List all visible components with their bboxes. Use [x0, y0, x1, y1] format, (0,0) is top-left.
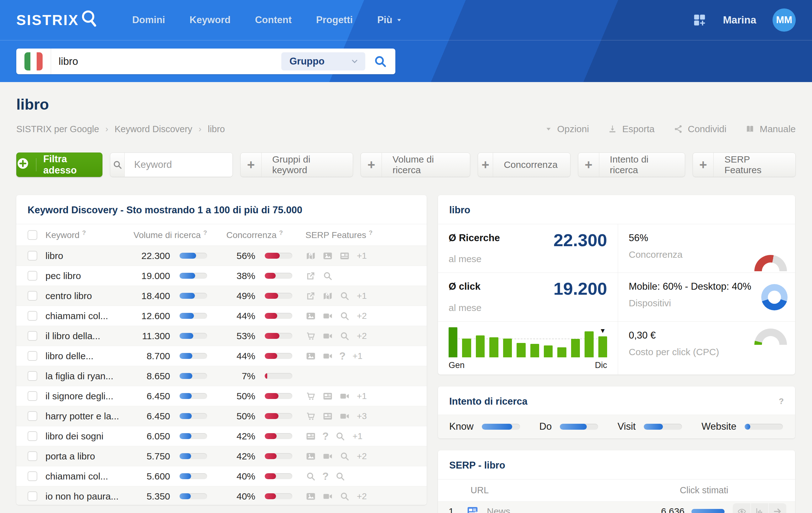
- plus-icon: +: [478, 153, 493, 177]
- season-bar: [557, 347, 566, 357]
- export-button[interactable]: Esporta: [608, 124, 655, 134]
- row-checkbox[interactable]: [28, 391, 37, 401]
- column-estimated-clicks: Click stimati: [680, 485, 795, 495]
- table-row[interactable]: libro delle... 8.700 44% ?+1: [16, 346, 427, 366]
- table-row[interactable]: io non ho paura... 5.350 40% +2: [16, 486, 427, 505]
- volume-value: 5.350: [129, 491, 170, 502]
- filter-chip-volume-di-ricerca[interactable]: + Volume di ricerca: [360, 153, 470, 177]
- question-icon: ?: [322, 471, 329, 481]
- serp-row[interactable]: 1 G News 6.636: [438, 502, 795, 513]
- table-row[interactable]: chiamami col... 12.600 44% +2: [16, 306, 427, 326]
- nav-item-content[interactable]: Content: [255, 14, 292, 26]
- breadcrumb-item[interactable]: Keyword Discovery: [115, 124, 192, 134]
- help-icon[interactable]: ?: [203, 229, 207, 236]
- competition-bar: [265, 293, 292, 299]
- chart-button[interactable]: [751, 503, 768, 513]
- table-row[interactable]: il libro della... 11.300 53% +2: [16, 326, 427, 346]
- nav-item-domini[interactable]: Domini: [132, 14, 165, 26]
- serp-url[interactable]: News: [487, 506, 510, 513]
- keyword-cell[interactable]: il signore degli...: [46, 391, 129, 401]
- table-row[interactable]: porta a libro 5.750 42% +2: [16, 446, 427, 466]
- keyword-cell[interactable]: chiamami col...: [46, 471, 129, 482]
- share-button[interactable]: Condividi: [673, 124, 726, 134]
- row-checkbox[interactable]: [28, 411, 37, 421]
- table-row[interactable]: pec libro 19.000 38%: [16, 266, 427, 286]
- keyword-cell[interactable]: chiamami col...: [46, 311, 129, 321]
- row-checkbox[interactable]: [28, 431, 37, 441]
- table-row[interactable]: harry potter e la... 6.450 50% +3: [16, 406, 427, 426]
- open-button[interactable]: [768, 503, 786, 513]
- column-competition[interactable]: Concorrenza?: [207, 229, 283, 240]
- column-volume[interactable]: Volume di ricerca?: [129, 229, 207, 240]
- keyword-cell[interactable]: porta a libro: [46, 451, 129, 462]
- keyword-cell[interactable]: io non ho paura...: [46, 491, 129, 502]
- row-checkbox[interactable]: [28, 251, 37, 261]
- plus-icon: +: [693, 153, 714, 177]
- serp-features-cell: ?: [306, 471, 346, 482]
- serp-features-cell: [306, 271, 333, 281]
- table-row[interactable]: libro 22.300 56% +1: [16, 246, 427, 266]
- row-checkbox[interactable]: [28, 291, 37, 301]
- help-icon[interactable]: ?: [82, 229, 86, 236]
- keyword-filter-input[interactable]: [125, 153, 232, 177]
- select-all-checkbox[interactable]: [28, 230, 37, 240]
- user-name[interactable]: Marina: [723, 14, 756, 26]
- keyword-cell[interactable]: harry potter e la...: [46, 411, 129, 422]
- sistrix-logo[interactable]: SISTRIX: [16, 9, 98, 31]
- breadcrumb-item[interactable]: SISTRIX per Google: [16, 124, 99, 134]
- help-icon[interactable]: ?: [279, 229, 283, 236]
- filter-chip-concorrenza[interactable]: + Concorrenza: [478, 153, 571, 177]
- row-checkbox[interactable]: [28, 271, 37, 281]
- row-checkbox[interactable]: [28, 371, 37, 381]
- filter-chip-intento-di-ricerca[interactable]: + Intento di ricerca: [578, 153, 685, 177]
- help-icon[interactable]: ?: [369, 229, 373, 236]
- preview-button[interactable]: [733, 503, 751, 513]
- clicks-value: 19.200: [554, 281, 607, 297]
- month-label-first: Gen: [448, 360, 465, 370]
- season-bar: [571, 339, 580, 357]
- search-row: Gruppo: [0, 40, 812, 82]
- keyword-cell[interactable]: la figlia di ryan...: [46, 371, 129, 382]
- volume-bar: [179, 393, 207, 399]
- row-checkbox[interactable]: [28, 331, 37, 341]
- column-keyword[interactable]: Keyword?: [46, 229, 129, 240]
- help-icon[interactable]: ?: [779, 396, 784, 406]
- row-checkbox[interactable]: [28, 451, 37, 461]
- table-row[interactable]: libro dei sogni 6.050 42% ?+1: [16, 426, 427, 446]
- row-checkbox[interactable]: [28, 491, 37, 501]
- breadcrumb-item[interactable]: libro: [208, 124, 225, 134]
- keyword-cell[interactable]: il libro della...: [46, 331, 129, 341]
- table-row[interactable]: chiamami col... 5.600 40% ?: [16, 466, 427, 486]
- season-bar: [448, 327, 457, 357]
- row-checkbox[interactable]: [28, 351, 37, 361]
- italy-flag-icon[interactable]: [24, 52, 42, 70]
- filter-chip-serp-features[interactable]: + SERP Features: [693, 153, 796, 177]
- filter-chip-gruppi-di-keyword[interactable]: + Gruppi di keyword: [240, 153, 353, 177]
- nav-item-keyword[interactable]: Keyword: [190, 14, 231, 26]
- search-input[interactable]: [59, 55, 281, 67]
- table-row[interactable]: centro libro 18.400 49% +1: [16, 286, 427, 306]
- scope-select[interactable]: Gruppo: [281, 52, 365, 70]
- search-submit-icon[interactable]: [365, 55, 395, 68]
- row-checkbox[interactable]: [28, 311, 37, 321]
- options-button[interactable]: Opzioni: [545, 124, 589, 134]
- column-serp-features[interactable]: SERP Features?: [306, 229, 373, 240]
- news-icon: [322, 411, 333, 422]
- keyword-cell[interactable]: centro libro: [46, 291, 129, 301]
- keyword-cell[interactable]: libro delle...: [46, 351, 129, 361]
- row-checkbox[interactable]: [28, 471, 37, 481]
- manual-button[interactable]: Manuale: [745, 124, 796, 134]
- nav-item-more[interactable]: Più: [377, 14, 402, 26]
- competition-value: 50%: [217, 391, 255, 401]
- avatar[interactable]: MM: [773, 8, 796, 32]
- download-icon: [608, 124, 617, 134]
- nav-item-progetti[interactable]: Progetti: [316, 14, 353, 26]
- keyword-cell[interactable]: libro: [46, 250, 129, 261]
- apps-grid-icon[interactable]: [692, 13, 707, 27]
- table-row[interactable]: la figlia di ryan... 8.650 7%: [16, 366, 427, 386]
- keyword-cell[interactable]: pec libro: [46, 271, 129, 281]
- search-icon: [339, 311, 350, 321]
- keyword-cell[interactable]: libro dei sogni: [46, 431, 129, 442]
- table-row[interactable]: il signore degli... 6.450 50% +1: [16, 386, 427, 406]
- filter-now-button[interactable]: Filtra adesso: [16, 153, 103, 177]
